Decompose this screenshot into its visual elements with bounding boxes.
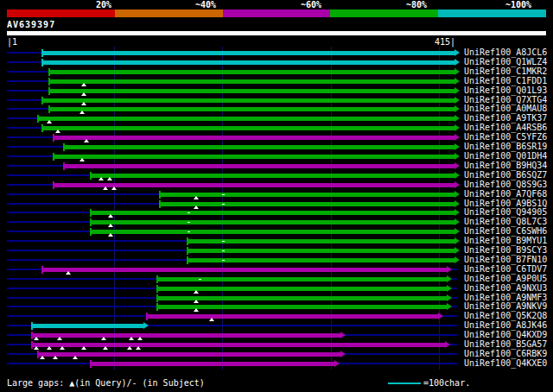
arrowhead-icon [143, 322, 149, 329]
alignment-bar[interactable] [49, 107, 455, 111]
hit-row: UniRef100_A7QF68 [0, 190, 553, 199]
alignment-bar[interactable] [91, 362, 335, 366]
alignment-start-tick [63, 143, 65, 151]
alignment-bar[interactable] [42, 51, 455, 55]
alignment-start-tick [90, 228, 92, 236]
arrowhead-icon [454, 59, 460, 66]
alignment-bar[interactable] [42, 98, 455, 103]
alignment-bar[interactable] [32, 343, 446, 347]
legend-label-60: ~60% [301, 0, 321, 9]
alignment-bar[interactable] [157, 305, 448, 309]
query-name: AV639397 [7, 20, 55, 29]
alignment-start-tick [31, 341, 33, 349]
alignment-bar[interactable] [160, 202, 455, 206]
legend-segment-~80% [330, 9, 438, 17]
hit-label[interactable]: UniRef100_Q8S9G3 [464, 180, 547, 190]
alignment-start-tick [187, 237, 188, 245]
alignment-bar[interactable] [42, 268, 448, 272]
alignment-bar[interactable] [38, 352, 341, 357]
arrowhead-icon [454, 68, 460, 75]
arrowhead-icon [454, 218, 460, 225]
arrowhead-icon [445, 341, 450, 348]
alignment-bar[interactable] [49, 70, 455, 74]
alignment-bar[interactable] [188, 258, 455, 262]
alignment-start-tick [159, 191, 161, 199]
arrowhead-icon [454, 228, 460, 235]
subject-gap-marker [199, 279, 201, 280]
arrowhead-icon [447, 266, 452, 273]
alignment-start-tick [90, 172, 92, 180]
arrowhead-icon [447, 285, 452, 292]
arrowhead-icon [454, 256, 460, 263]
query-bar [7, 31, 546, 35]
subject-gap-marker [222, 194, 225, 195]
alignment-start-tick [31, 322, 33, 330]
alignment-start-tick [156, 275, 158, 283]
hit-row: UniRef100_C1FDD1 [0, 77, 553, 86]
hit-label[interactable]: UniRef100_A7QF68 [464, 190, 547, 199]
arrowhead-icon [454, 209, 460, 216]
arrowhead-icon [454, 49, 460, 56]
hit-label[interactable]: UniRef100_C1FDD1 [464, 77, 547, 86]
alignment-bar[interactable] [64, 164, 455, 168]
alignment-bar[interactable] [49, 89, 455, 93]
gaps-legend: Large gaps: ▲(in Query)/- (in Subject) [7, 378, 205, 388]
arrowhead-icon [454, 181, 460, 188]
alignment-start-tick [41, 49, 43, 57]
legend-label-80: ~80% [406, 0, 427, 9]
alignment-bar[interactable] [91, 220, 455, 224]
alignment-start-tick [90, 218, 92, 226]
alignment-start-tick [156, 303, 158, 311]
alignment-bar[interactable] [188, 239, 455, 243]
arrowhead-icon [454, 78, 460, 85]
alignment-start-tick [159, 200, 161, 208]
alignment-bar[interactable] [32, 333, 342, 338]
hit-label[interactable]: UniRef100_Q01L93 [464, 86, 547, 96]
alignment-bar[interactable] [188, 249, 455, 253]
alignment-bar[interactable] [42, 126, 455, 130]
alignment-bar[interactable] [91, 174, 455, 178]
arrowhead-icon [454, 153, 460, 160]
alignment-start-tick [48, 105, 50, 113]
hit-row: UniRef100_A9NXU3 [0, 284, 553, 294]
alignment-start-tick [156, 294, 158, 302]
arrowhead-icon [454, 97, 460, 104]
alignment-bar[interactable] [32, 324, 144, 328]
arrowhead-icon [454, 134, 460, 141]
arrowhead-icon [334, 360, 340, 367]
alignment-bar[interactable] [54, 136, 455, 140]
arrowhead-icon [454, 105, 460, 112]
legend-segment-20% [7, 9, 115, 17]
subject-gap-marker [222, 250, 225, 251]
alignment-bar[interactable] [42, 60, 455, 65]
alignment-start-tick [41, 97, 43, 104]
hit-row: UniRef100_Q01L93 [0, 86, 553, 96]
subject-gap-marker [188, 231, 190, 232]
alignment-start-tick [187, 247, 188, 255]
scale-bar [388, 383, 421, 384]
arrowhead-icon [454, 200, 460, 207]
legend-segment-~40% [115, 9, 223, 17]
arrowhead-icon [454, 191, 460, 198]
alignment-start-tick [37, 115, 39, 123]
alignment-bar[interactable] [160, 193, 455, 197]
alignment-bar[interactable] [38, 117, 455, 121]
hit-label[interactable]: UniRef100_Q4KXE0 [464, 359, 547, 369]
alignment-bar[interactable] [91, 211, 455, 215]
identity-legend-bar [7, 9, 546, 17]
alignment-start-tick [41, 59, 43, 66]
alignment-bar[interactable] [147, 314, 439, 319]
alignment-start-tick [53, 153, 54, 161]
alignment-bar[interactable] [49, 79, 455, 84]
alignment-bar[interactable] [157, 287, 448, 291]
alignment-bar[interactable] [54, 155, 455, 159]
arrowhead-icon [454, 172, 460, 179]
subject-gap-marker [222, 241, 225, 242]
alignment-bar[interactable] [64, 145, 455, 149]
alignment-bar[interactable] [157, 296, 448, 300]
hit-label[interactable]: UniRef100_A9NXU3 [464, 284, 547, 294]
arrowhead-icon [447, 275, 452, 282]
alignment-bar[interactable] [91, 230, 455, 234]
alignment-overview: 20% ~40% ~60% ~80% ~100% AV639397 |1 415… [0, 0, 553, 392]
hit-row: UniRef100_Q8S9G3 [0, 180, 553, 190]
